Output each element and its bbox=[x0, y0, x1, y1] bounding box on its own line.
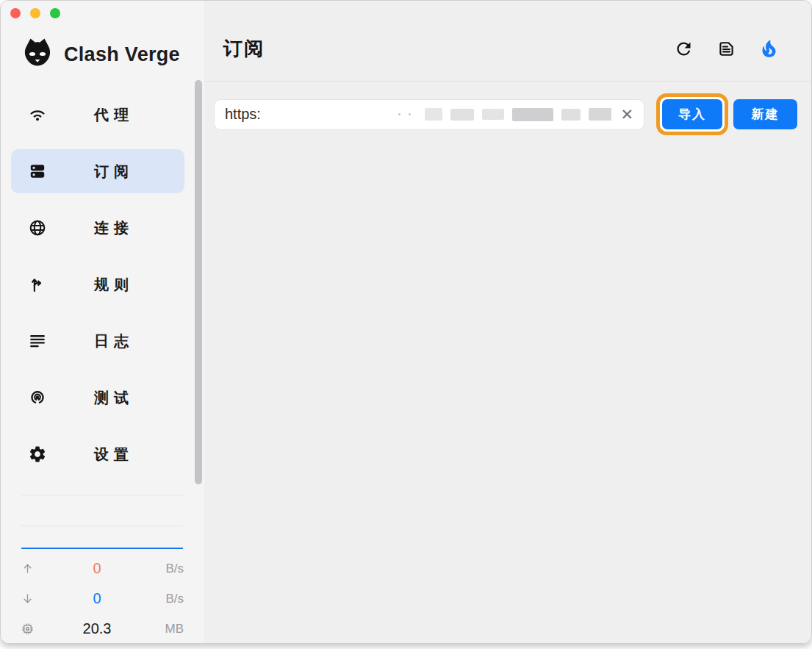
sidebar-item-label: 规则 bbox=[94, 275, 134, 295]
traffic-graph-baseline bbox=[21, 548, 183, 549]
sidebar-item-connections[interactable]: 连接 bbox=[11, 206, 184, 250]
logs-icon bbox=[28, 331, 47, 351]
profiles-empty-area bbox=[204, 136, 811, 643]
arrow-down-icon bbox=[21, 592, 43, 606]
window-controls bbox=[10, 8, 60, 18]
flame-icon[interactable] bbox=[759, 39, 779, 59]
arrow-up-icon bbox=[21, 562, 43, 576]
app-title: Clash Verge bbox=[64, 43, 180, 66]
import-button-highlight: 导入 bbox=[656, 93, 728, 135]
app-window: Clash Verge 代理 bbox=[0, 0, 812, 644]
sidebar-divider bbox=[21, 495, 183, 495]
broadcast-icon bbox=[28, 388, 47, 407]
app-logo: Clash Verge bbox=[20, 35, 180, 73]
sidebar-item-rules[interactable]: 规则 bbox=[11, 262, 184, 306]
refresh-icon[interactable] bbox=[674, 39, 694, 59]
sidebar-item-label: 连接 bbox=[94, 218, 134, 238]
page-header: 订阅 bbox=[204, 1, 811, 82]
memory-stat: 20.3 MB bbox=[21, 614, 184, 644]
sidebar-scrollbar[interactable] bbox=[195, 80, 202, 484]
chip-icon bbox=[21, 622, 43, 636]
clear-input-icon[interactable]: ✕ bbox=[619, 105, 635, 123]
sidebar-item-label: 设置 bbox=[94, 445, 134, 465]
page-title: 订阅 bbox=[223, 36, 265, 62]
redacted-url-blur bbox=[398, 100, 611, 129]
traffic-stats: 0 B/s 0 B/s 20.3 MB bbox=[21, 553, 184, 644]
wifi-icon bbox=[28, 105, 47, 124]
memory-usage-unit: MB bbox=[151, 622, 184, 637]
sidebar-item-profiles[interactable]: 订阅 bbox=[11, 149, 184, 193]
minimize-window-button[interactable] bbox=[30, 8, 40, 18]
new-profile-button[interactable]: 新建 bbox=[733, 99, 797, 129]
upload-stat: 0 B/s bbox=[21, 553, 184, 584]
header-actions bbox=[674, 39, 779, 59]
sidebar-item-label: 测试 bbox=[94, 388, 134, 408]
sidebar-item-logs[interactable]: 日志 bbox=[11, 319, 184, 363]
fork-icon bbox=[28, 275, 47, 294]
sidebar-item-label: 订阅 bbox=[94, 162, 134, 182]
sidebar-item-label: 日志 bbox=[94, 331, 134, 351]
download-speed-value: 0 bbox=[43, 590, 151, 607]
sidebar: Clash Verge 代理 bbox=[1, 1, 204, 643]
sidebar-item-settings[interactable]: 设置 bbox=[11, 432, 184, 476]
subscription-url-input[interactable]: https: ✕ bbox=[214, 99, 644, 130]
profiles-icon bbox=[28, 162, 47, 181]
import-button[interactable]: 导入 bbox=[662, 99, 722, 129]
upload-speed-value: 0 bbox=[43, 560, 151, 577]
main-panel: 订阅 bbox=[204, 1, 811, 643]
sidebar-item-test[interactable]: 测试 bbox=[11, 376, 184, 420]
close-window-button[interactable] bbox=[10, 8, 21, 18]
maximize-window-button[interactable] bbox=[50, 8, 60, 18]
url-value: https: bbox=[225, 106, 261, 123]
cat-logo-icon bbox=[20, 35, 55, 73]
download-speed-unit: B/s bbox=[151, 592, 184, 606]
document-icon[interactable] bbox=[716, 39, 736, 59]
sidebar-item-proxies[interactable]: 代理 bbox=[11, 93, 184, 137]
memory-usage-value: 20.3 bbox=[43, 620, 151, 637]
sidebar-divider bbox=[21, 526, 183, 526]
gear-icon bbox=[28, 445, 47, 464]
globe-icon bbox=[28, 218, 47, 237]
upload-speed-unit: B/s bbox=[151, 562, 184, 576]
subscription-toolbar: https: ✕ 导入 新建 bbox=[214, 93, 797, 136]
sidebar-nav: 代理 订阅 bbox=[11, 93, 184, 489]
sidebar-item-label: 代理 bbox=[94, 105, 134, 125]
download-stat: 0 B/s bbox=[21, 584, 184, 614]
